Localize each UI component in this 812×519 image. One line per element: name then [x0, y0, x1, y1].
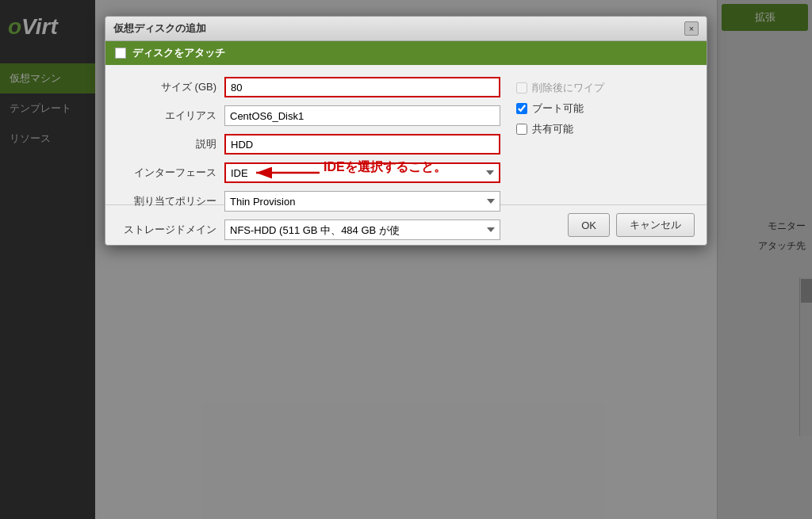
- desc-label: 説明: [121, 137, 224, 151]
- dialog-title: 仮想ディスクの追加: [113, 21, 206, 36]
- size-row: サイズ (GB): [121, 77, 500, 97]
- add-disk-dialog: 仮想ディスクの追加 × ディスクをアタッチ サイズ (GB) エイリアス: [105, 16, 707, 246]
- alias-label: エイリアス: [121, 109, 224, 123]
- alias-control: [224, 105, 500, 126]
- boot-checkbox-row: ブート可能: [516, 101, 691, 116]
- dialog-titlebar: 仮想ディスクの追加 ×: [105, 17, 707, 41]
- section-header-label: ディスクをアタッチ: [132, 46, 225, 60]
- storage-select[interactable]: NFS-HDD (511 GB 中、484 GB が使: [224, 219, 500, 240]
- wipe-checkbox-row: 削除後にワイプ: [516, 81, 691, 95]
- alias-input[interactable]: [224, 105, 500, 126]
- alias-row: エイリアス: [121, 105, 500, 126]
- dialog-section-header: ディスクをアタッチ: [105, 41, 707, 65]
- annotation-text: IDEを選択すること。: [324, 159, 446, 176]
- dialog-right-options: 削除後にワイプ ブート可能 共有可能: [516, 77, 691, 193]
- arrow-svg: [248, 145, 407, 208]
- boot-label: ブート可能: [532, 101, 584, 116]
- wipe-label: 削除後にワイプ: [532, 81, 604, 95]
- dialog-form: サイズ (GB) エイリアス 説明 インターフ: [121, 77, 500, 193]
- share-label: 共有可能: [532, 122, 573, 136]
- wipe-checkbox[interactable]: [516, 82, 527, 93]
- share-checkbox[interactable]: [516, 124, 527, 135]
- dialog-close-button[interactable]: ×: [684, 21, 699, 36]
- size-label: サイズ (GB): [121, 80, 224, 94]
- size-input[interactable]: [224, 77, 500, 97]
- storage-control: NFS-HDD (511 GB 中、484 GB が使: [224, 219, 500, 240]
- storage-row: ストレージドメイン NFS-HDD (511 GB 中、484 GB が使: [121, 219, 500, 240]
- interface-label: インターフェース: [121, 166, 224, 180]
- boot-checkbox[interactable]: [516, 103, 527, 114]
- cancel-button[interactable]: キャンセル: [616, 213, 695, 237]
- size-control: [224, 77, 500, 97]
- dialog-body: サイズ (GB) エイリアス 説明 インターフ: [105, 65, 707, 204]
- share-checkbox-row: 共有可能: [516, 122, 691, 136]
- annotation-container: IDEを選択すること。: [248, 145, 500, 193]
- policy-label: 割り当てポリシー: [121, 194, 224, 208]
- ok-button[interactable]: OK: [568, 213, 610, 237]
- storage-label: ストレージドメイン: [121, 223, 224, 237]
- attach-disk-checkbox[interactable]: [115, 48, 126, 59]
